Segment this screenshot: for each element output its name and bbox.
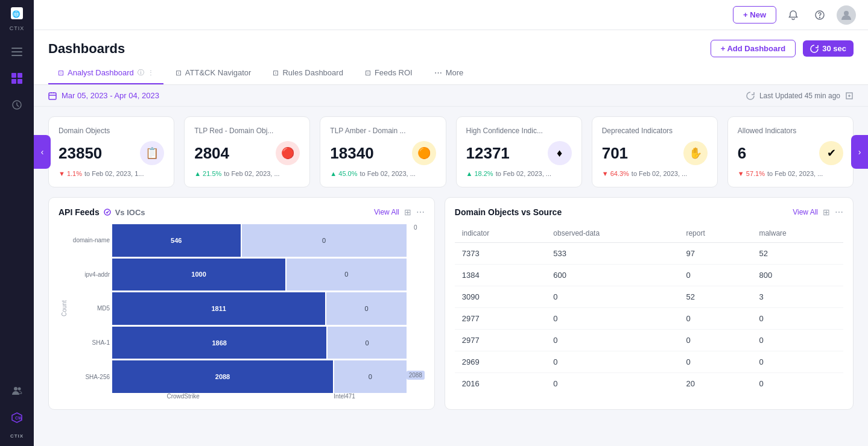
notifications-icon[interactable] (784, 5, 803, 25)
right-axis: 0 2088 (407, 224, 425, 393)
cell-indicator-1: 1384 (455, 265, 546, 286)
tab-analyst-more-icon[interactable]: ⋮ (148, 69, 154, 76)
tab-more-label: More (446, 68, 464, 77)
kpi-card-2[interactable]: TLP Amber - Domain ... 18340 🟠 ▲ 45.0% t… (320, 116, 446, 187)
kpi-scroll-left[interactable]: ‹ (34, 135, 51, 169)
bar-chart-actions: View All ⊞ ⋯ (374, 207, 425, 217)
kpi-card-4[interactable]: Deprecated Indicators 701 ✋ ▼ 64.3% to F… (592, 116, 718, 187)
domain-table-title: Domain Objects vs Source (455, 207, 562, 217)
refresh-timer[interactable]: 30 sec (803, 40, 854, 57)
svg-text:🌐: 🌐 (12, 10, 21, 18)
bar-row-0: domain-name 546 0 (68, 224, 407, 257)
bar-intel-3: 0 (328, 327, 407, 359)
sidebar-item-users[interactable] (6, 380, 28, 402)
y-axis-label: Count (59, 224, 68, 393)
kpi-arrow-5: ▼ 57.1% (738, 170, 765, 177)
tab-attck-icon: ⊡ (176, 69, 182, 77)
right-axis-bottom: 2088 (407, 371, 425, 380)
bar-cs-4: 2088 (112, 360, 333, 393)
header-actions: + Add Dashboard 30 sec (711, 40, 854, 57)
sidebar-item-intelligence[interactable] (6, 94, 28, 116)
kpi-title-4: Deprecated Indicators (602, 127, 708, 135)
logo-area: 🌐 (11, 7, 23, 19)
kpi-icon-4: ✋ (683, 141, 708, 165)
bar-cs-0: 546 (112, 224, 241, 257)
bar-intel-2: 0 (326, 292, 406, 325)
new-button[interactable]: + New (733, 6, 776, 24)
kpi-card-3[interactable]: High Confidence Indic... 12371 ♦ ▲ 18.2%… (456, 116, 582, 187)
tab-attck[interactable]: ⊡ ATT&CK Navigator (166, 62, 261, 84)
kpi-body-4: 701 ✋ (602, 141, 708, 165)
tab-rules-icon: ⊡ (273, 69, 279, 77)
tab-more[interactable]: ⋯ More (425, 62, 474, 84)
svg-rect-16 (49, 93, 56, 99)
bar-chart-subtitle: Vs IOCs (115, 208, 145, 217)
tab-rules[interactable]: ⊡ Rules Dashboard (263, 62, 352, 84)
svg-rect-1 (11, 48, 22, 49)
cell-report-0: 97 (679, 243, 752, 265)
tab-attck-label: ATT&CK Navigator (185, 68, 252, 77)
bar-chart-grid-icon[interactable]: ⊞ (404, 207, 411, 217)
col-malware: malware (752, 224, 843, 243)
timer-value: 30 sec (822, 44, 846, 53)
sidebar-item-cyware[interactable]: CW (6, 407, 28, 429)
table-row[interactable]: 2977 0 0 0 (455, 330, 843, 351)
table-row[interactable]: 2016 0 20 0 (455, 373, 843, 395)
tab-analyst-icon: ⊡ (58, 69, 64, 77)
table-row[interactable]: 1384 600 0 800 (455, 265, 843, 286)
bar-chart-view-all[interactable]: View All (374, 208, 399, 216)
cell-indicator-3: 2977 (455, 308, 546, 330)
cell-observed-6: 0 (546, 373, 679, 395)
tab-more-icon: ⋯ (434, 68, 442, 77)
x-label-crowdstrike: CrowdStrike (103, 393, 263, 400)
table-row[interactable]: 3090 0 52 3 (455, 286, 843, 308)
help-icon[interactable] (810, 5, 829, 25)
cell-observed-5: 0 (546, 351, 679, 373)
col-observed: observed-data (546, 224, 679, 243)
sidebar-item-menu[interactable] (6, 41, 28, 63)
kpi-icon-5: ✔ (819, 141, 843, 165)
add-dashboard-button[interactable]: + Add Dashboard (711, 40, 796, 57)
kpi-compare-4: to Feb 02, 2023, ... (632, 170, 687, 177)
tab-rules-label: Rules Dashboard (282, 68, 343, 77)
cell-indicator-5: 2969 (455, 351, 546, 373)
svg-rect-2 (11, 51, 22, 52)
last-updated: Last Updated 45 min ago (746, 92, 854, 100)
bar-chart-card: API Feeds Vs IOCs View All ⊞ ⋯ Count dom… (48, 197, 435, 410)
kpi-card-1[interactable]: TLP Red - Domain Obj... 2804 🔴 ▲ 21.5% t… (184, 116, 310, 187)
table-header-row: indicator observed-data report malware (455, 224, 843, 243)
domain-table: indicator observed-data report malware 7… (455, 224, 843, 394)
domain-table-more-icon[interactable]: ⋯ (835, 207, 843, 217)
bar-row-1: ipv4-addr 1000 0 (68, 259, 407, 291)
sidebar-item-dashboard[interactable] (6, 68, 28, 89)
page-title: Dashboards (48, 41, 125, 57)
user-avatar[interactable] (837, 5, 856, 25)
kpi-card-0[interactable]: Domain Objects 23850 📋 ▼ 1.1% to Feb 02,… (48, 116, 174, 187)
kpi-compare-3: to Feb 02, 2023, ... (496, 170, 551, 177)
tab-analyst[interactable]: ⊡ Analyst Dashboard ⓘ ⋮ (48, 62, 163, 84)
last-updated-text: Last Updated 45 min ago (759, 92, 840, 100)
table-row[interactable]: 7373 533 97 52 (455, 243, 843, 265)
bar-cs-1: 1000 (112, 259, 285, 291)
cell-observed-4: 0 (546, 330, 679, 351)
kpi-scroll-right[interactable]: › (851, 135, 868, 169)
bar-chart-more-icon[interactable]: ⋯ (416, 207, 425, 217)
table-row[interactable]: 2977 0 0 0 (455, 308, 843, 330)
kpi-card-5[interactable]: Allowed Indicators 6 ✔ ▼ 57.1% to Feb 02… (727, 116, 854, 187)
kpi-body-5: 6 ✔ (738, 141, 843, 165)
kpi-value-0: 23850 (59, 144, 102, 163)
date-range-picker[interactable]: Mar 05, 2023 - Apr 04, 2023 (48, 91, 159, 100)
page-header: Dashboards + Add Dashboard 30 sec ⊡ Anal… (34, 30, 868, 85)
cell-indicator-6: 2016 (455, 373, 546, 395)
bar-row-2: MD5 1811 0 (68, 292, 407, 325)
kpi-title-1: TLP Red - Domain Obj... (194, 127, 300, 135)
table-row[interactable]: 2969 0 0 0 (455, 351, 843, 373)
cell-malware-3: 0 (752, 308, 843, 330)
tab-feeds[interactable]: ⊡ Feeds ROI (355, 62, 422, 84)
sidebar-bottom: CW CTIX (6, 380, 28, 439)
kpi-arrow-0: ▼ 1.1% (59, 170, 82, 177)
kpi-arrow-1: ▲ 21.5% (194, 170, 221, 177)
tab-analyst-info[interactable]: ⓘ (138, 68, 144, 77)
domain-table-view-all[interactable]: View All (793, 208, 818, 216)
domain-table-grid-icon[interactable]: ⊞ (823, 207, 830, 217)
